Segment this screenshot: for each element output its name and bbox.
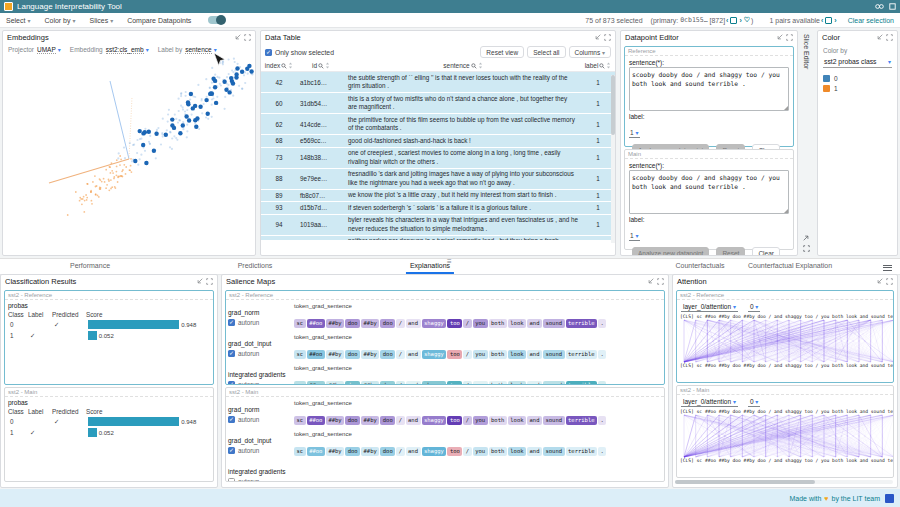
clear-selection-link[interactable]: Clear selection [848,17,894,24]
token-chip[interactable]: ##oo [307,381,325,386]
token-chip[interactable]: and [527,416,542,425]
token-chip[interactable]: look [508,350,526,359]
sort-icon[interactable] [606,62,611,69]
token-chip[interactable]: / [396,416,404,425]
column-header-label[interactable]: label [581,62,615,69]
token-chip[interactable]: you [473,381,488,386]
token-chip[interactable]: shaggy [422,447,447,456]
tab-performance[interactable]: Performance [66,261,114,272]
autorun-checkbox[interactable]: ✓ [228,350,235,357]
token-chip[interactable]: doo [380,416,395,425]
token-chip[interactable]: doo [380,447,395,456]
resize-handle-icon[interactable] [784,106,788,110]
token-chip[interactable]: ##oo [307,416,325,425]
token-chip[interactable]: ##by [326,416,344,425]
token-chip[interactable]: look [508,416,526,425]
token-chip[interactable]: too [447,381,462,386]
analyze-new-datapoint-button[interactable]: Analyze new datapoint [632,247,709,256]
label-by-select[interactable]: Label bysentence▾ [158,46,217,53]
token-chip[interactable]: and [406,381,421,386]
token-chip[interactable]: shaggy [422,381,447,386]
token-chip[interactable]: ##by [361,447,379,456]
head-select[interactable]: 0 ▾ [748,398,760,407]
token-chip[interactable]: . [598,350,606,359]
token-chip[interactable]: / [396,447,404,456]
favorite-icon[interactable]: ♡ [744,16,750,24]
token-chip[interactable]: too [447,447,462,456]
autorun-checkbox[interactable]: ✓ [228,381,235,385]
token-chip[interactable]: / [396,319,404,328]
token-chip[interactable]: ##oo [307,319,325,328]
minimize-icon[interactable] [594,34,601,41]
search-icon[interactable] [318,63,324,69]
search-icon[interactable] [599,63,605,69]
table-row[interactable]: 62414cde…the primitive force of this fil… [261,114,615,135]
token-chip[interactable]: shaggy [422,416,447,425]
table-row[interactable]: 6031db54…this is a story of two misfits … [261,93,615,114]
search-icon[interactable] [471,63,477,69]
token-chip[interactable]: both [489,381,507,386]
token-chip[interactable]: ##by [326,447,344,456]
table-row[interactable]: 68e569cc…good old-fashioned slash-and-ha… [261,135,615,148]
clear-button[interactable]: Clear [752,247,780,256]
minimize-icon[interactable] [234,34,241,41]
token-chip[interactable]: / [396,381,404,386]
autorun-checkbox[interactable] [228,478,235,482]
color-by-menu[interactable]: Color by ▾ [44,17,75,24]
minimize-icon[interactable] [876,34,883,41]
token-chip[interactable]: you [473,416,488,425]
token-chip[interactable]: doo [345,447,360,456]
token-chip[interactable]: doo [380,381,395,386]
token-chip[interactable]: sound [543,319,565,328]
search-icon[interactable] [281,63,287,69]
token-chip[interactable]: . [598,381,606,386]
token-chip[interactable]: you [473,319,488,328]
token-chip[interactable]: / [463,416,471,425]
table-row[interactable]: 42a1bc16…the subtle strength of `` ellin… [261,72,615,93]
tab-counterfactual-explanation[interactable]: Counterfactual Explanation [744,261,836,272]
maximize-icon[interactable] [803,245,810,252]
token-chip[interactable]: ##by [361,350,379,359]
embedding-select[interactable]: Embeddingsst2:cls_emb▾ [70,46,149,53]
token-chip[interactable]: terrible [566,350,598,359]
token-chip[interactable]: . [598,447,606,456]
token-chip[interactable]: and [527,350,542,359]
label-select[interactable]: 1 ▾ [629,129,640,138]
only-show-selected-checkbox[interactable]: ✓ [265,49,272,56]
column-header-sentence[interactable]: sentence [345,62,581,69]
token-chip[interactable]: you [473,447,488,456]
token-chip[interactable]: . [598,416,606,425]
embedding-scatter-plot[interactable] [3,55,255,248]
token-chip[interactable]: and [406,319,421,328]
color-by-select[interactable]: sst2 probas class▾ [823,56,892,68]
tab-menu-icon[interactable] [883,263,892,272]
maximize-icon[interactable] [886,34,893,41]
token-chip[interactable]: / [463,447,471,456]
token-chip[interactable]: both [489,350,507,359]
token-chip[interactable]: ##by [361,319,379,328]
token-chip[interactable]: ##by [326,350,344,359]
table-row[interactable]: 89fb8c07…we know the plot 's a little cr… [261,190,615,203]
token-chip[interactable]: too [447,350,462,359]
maximize-icon[interactable] [657,278,664,285]
compare-datapoints-toggle[interactable] [208,16,225,24]
token-chip[interactable]: you [473,350,488,359]
token-chip[interactable]: / [463,319,471,328]
token-chip[interactable]: too [447,319,462,328]
token-chip[interactable]: sound [543,416,565,425]
token-chip[interactable]: sc [294,350,306,359]
table-row[interactable]: 93d15b7d…if steven soderbergh 's ` solar… [261,202,615,215]
next-datapoint-icon[interactable]: › [739,17,741,24]
token-chip[interactable]: and [527,319,542,328]
projector-select[interactable]: ProjectorUMAP▾ [8,46,61,53]
maximize-icon[interactable] [206,278,213,285]
table-scrollbar[interactable] [611,75,615,243]
token-chip[interactable]: sc [294,381,306,386]
sort-icon[interactable] [478,62,483,69]
token-chip[interactable]: doo [380,350,395,359]
resize-handle-icon[interactable] [784,209,788,213]
head-select[interactable]: 0 ▾ [748,303,760,312]
layer-select[interactable]: layer_0/attention ▾ [681,398,738,407]
autorun-checkbox[interactable]: ✓ [228,447,235,454]
select-menu[interactable]: Select ▾ [6,17,30,24]
